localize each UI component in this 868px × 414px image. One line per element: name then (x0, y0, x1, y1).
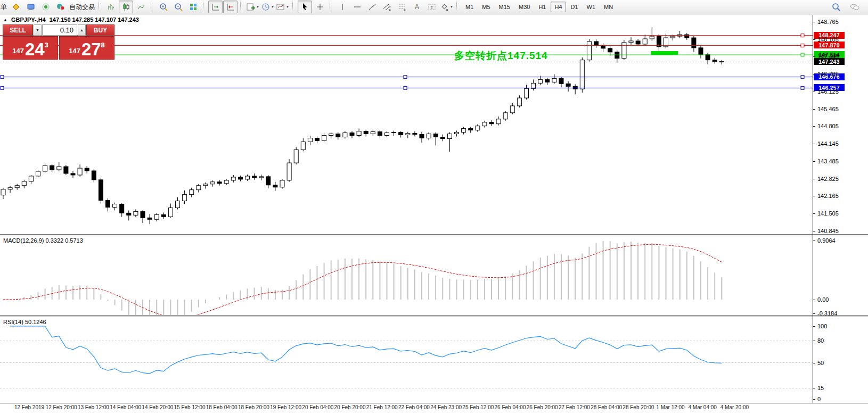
sell-price-big: 24 (25, 42, 45, 57)
new-order-icon[interactable] (9, 1, 23, 13)
axis-tick (813, 363, 815, 363)
toolbar-separator (99, 2, 101, 12)
axis-tick-label: 142.825 (817, 176, 839, 182)
collapse-triangle-icon[interactable]: ▲ (3, 18, 7, 22)
channel-icon[interactable]: E (380, 1, 394, 13)
buy-price-prefix: 147 (69, 47, 80, 55)
tf-M1[interactable]: M1 (462, 2, 477, 12)
signals-icon[interactable] (38, 1, 53, 13)
period-icon[interactable]: ▼ (260, 1, 275, 13)
axis-tick (813, 241, 815, 241)
tf-D1[interactable]: D1 (567, 2, 582, 12)
axis-tick-label: 148.765 (817, 19, 839, 25)
order-menu-label[interactable]: 单 (0, 3, 8, 12)
axis-tick-label: 145.465 (817, 106, 839, 112)
buy-quote-button[interactable]: 147 27 8 (59, 36, 114, 60)
sell-quote-button[interactable]: 147 24 3 (3, 36, 58, 60)
toolbar: 单 自动交易 ▼ ▼ ▼ E F A T ▼ M1M5M15M30H1H4D1W… (0, 0, 868, 14)
line-handle (1, 86, 4, 89)
chat-icon[interactable] (847, 1, 862, 13)
tf-H4[interactable]: H4 (551, 2, 566, 12)
auto-scroll-icon[interactable] (208, 1, 223, 13)
rsi-axis-label: 80 (817, 337, 824, 344)
chevron-down-icon: ▼ (286, 5, 289, 9)
tf-MN[interactable]: MN (600, 2, 617, 12)
axis-tick (813, 39, 815, 40)
cursor-icon[interactable] (298, 1, 312, 13)
vline-icon[interactable] (335, 1, 349, 13)
fibonacci-icon[interactable]: F (395, 1, 409, 13)
line-handle (801, 76, 804, 79)
template-icon[interactable]: ▼ (275, 1, 290, 13)
svg-text:T: T (430, 5, 433, 10)
line-handle (801, 44, 804, 47)
time-axis-label: 26 Feb 20:00 (527, 404, 558, 410)
axis-tick-label: 147.445 (817, 53, 839, 60)
crosshair-icon[interactable] (313, 1, 327, 13)
zoom-out-icon[interactable] (171, 1, 185, 13)
trendline-icon[interactable] (365, 1, 379, 13)
time-axis-label: 27 Feb 12:00 (559, 404, 590, 410)
buy-button[interactable]: BUY (86, 24, 114, 36)
axis-tick (813, 388, 815, 388)
rsi-pane[interactable] (0, 317, 813, 403)
axis-tick-label: 143.485 (817, 158, 839, 164)
time-axis-label: 4 Mar 04:00 (689, 404, 717, 410)
volume-increase-button[interactable]: ▲ (78, 24, 86, 36)
tf-M15[interactable]: M15 (495, 2, 514, 12)
market-watch-icon[interactable] (23, 1, 38, 13)
one-click-trade-panel: SELL ▼ 0.10 ▲ BUY 147 24 3 147 27 8 (3, 24, 114, 60)
volume-decrease-button[interactable]: ▼ (34, 24, 42, 36)
tf-M5[interactable]: M5 (478, 2, 494, 12)
new-chart-icon[interactable]: ▼ (245, 1, 260, 13)
autotrading-label[interactable]: 自动交易 (68, 3, 96, 12)
axis-tick (813, 161, 815, 162)
rsi-axis-label: 0 (817, 396, 821, 402)
time-axis-label: 28 Feb 20:00 (623, 404, 654, 410)
time-axis-label: 18 Feb 04:00 (206, 404, 238, 410)
hline-icon[interactable] (350, 1, 364, 13)
macd-axis-label: 0.00 (817, 296, 829, 303)
axis-tick (813, 179, 815, 179)
buy-price-big: 27 (81, 42, 101, 57)
toolbar-separator (456, 2, 459, 12)
shapes-icon[interactable]: ▼ (439, 1, 454, 13)
symbol-ohlc: 147.150 147.285 147.107 147.243 (50, 16, 139, 23)
volume-input[interactable]: 0.10 (42, 24, 77, 36)
chevron-down-icon: ▼ (271, 5, 274, 9)
tile-windows-icon[interactable] (186, 1, 200, 13)
search-icon[interactable] (829, 1, 843, 13)
axis-tick (813, 92, 815, 92)
axis-tick (813, 109, 815, 110)
rsi-axis-label: 50 (817, 360, 824, 366)
chart-shift-icon[interactable] (223, 1, 238, 13)
time-axis-label: 25 Feb 12:00 (462, 404, 494, 410)
tf-M30[interactable]: M30 (515, 2, 534, 12)
tf-W1[interactable]: W1 (583, 2, 600, 12)
price-axis-line (813, 15, 813, 403)
axis-tick (813, 313, 815, 314)
label-icon[interactable]: T (424, 1, 439, 13)
sell-button[interactable]: SELL (3, 24, 33, 36)
autotrading-icon[interactable] (53, 1, 68, 13)
macd-pane[interactable] (0, 236, 813, 315)
zoom-in-icon[interactable] (156, 1, 170, 13)
axis-tick-label: 144.145 (817, 140, 839, 147)
bar-chart-icon[interactable] (104, 1, 118, 13)
svg-text:F: F (404, 9, 406, 12)
macd-axis-label: -0.3184 (817, 310, 837, 317)
time-axis-label: 24 Feb 23:00 (430, 404, 462, 410)
price-chart[interactable] (0, 15, 813, 234)
tf-H1[interactable]: H1 (535, 2, 550, 12)
line-handle (801, 86, 804, 89)
axis-tick (813, 326, 815, 327)
toolbar-separator (240, 2, 243, 12)
axis-tick (813, 341, 815, 341)
candle-chart-icon[interactable] (119, 1, 133, 13)
time-axis-label: 19 Feb 12:00 (270, 404, 301, 410)
line-chart-icon[interactable] (134, 1, 148, 13)
text-icon[interactable]: A (410, 1, 424, 13)
axis-tick-label: 140.845 (817, 228, 839, 234)
time-axis-label: 21 Feb 12:00 (366, 404, 398, 410)
time-axis-label: 12 Feb 2019 (14, 404, 44, 410)
